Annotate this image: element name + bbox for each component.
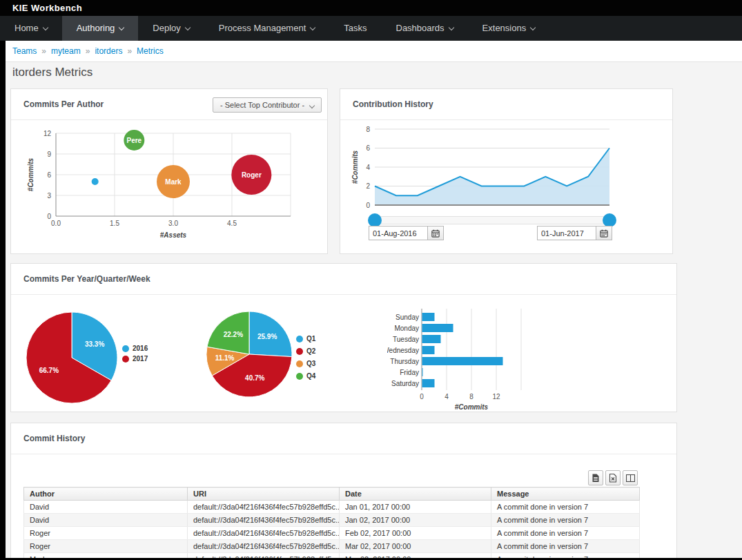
table-row: Daviddefault://3da04f216f436f4fec57b928e… (24, 501, 640, 514)
bar-wednesday[interactable] (422, 346, 435, 354)
table-cell: Jan 01, 2017 00:00 (340, 501, 491, 514)
calendar-to-button[interactable] (596, 226, 612, 240)
breadcrumb-link-myteam[interactable]: myteam (51, 46, 81, 56)
table-toolbar (588, 470, 638, 485)
svg-text:Mark: Mark (165, 178, 182, 186)
table-row: Markdefault://3da04f216f436f4fec57b928ef… (24, 553, 640, 559)
column-header-message[interactable]: Message (491, 487, 640, 501)
svg-text:0: 0 (366, 202, 370, 209)
bar-saturday[interactable] (422, 379, 435, 387)
svg-text:25.9%: 25.9% (257, 333, 277, 340)
table-row: Rogerdefault://3da04f216f436f4fec57b928e… (24, 540, 640, 553)
svg-text:Thursday: Thursday (390, 358, 419, 365)
commits-per-week-bar-chart: SundayMondayTuesdayWednesdayThursdayFrid… (387, 302, 560, 412)
nav-item-authoring[interactable]: Authoring (62, 16, 139, 41)
main-nav: HomeAuthoringDeployProcess ManagementTas… (0, 16, 742, 41)
legend-dot (122, 356, 129, 363)
svg-text:9: 9 (47, 151, 51, 158)
column-header-date[interactable]: Date (340, 487, 491, 501)
table-cell: Roger (24, 540, 188, 553)
export-excel-button[interactable] (605, 470, 621, 485)
column-header-uri[interactable]: URI (188, 487, 340, 501)
svg-text:66.7%: 66.7% (39, 367, 59, 374)
bar-sunday[interactable] (422, 313, 435, 321)
svg-text:40.7%: 40.7% (245, 374, 264, 382)
bar-tuesday[interactable] (422, 335, 441, 343)
panel-commit-history: Commit History (10, 423, 677, 558)
masthead: KIE Workbench (0, 0, 742, 16)
table-cell: Mar 02, 2017 00:00 (340, 540, 491, 553)
bubble-pere[interactable]: Pere (124, 130, 144, 151)
commits-per-quarter-pie-chart: 25.9%40.7%11.1%22.2% (197, 295, 308, 412)
table-cell: A commit done in version 7 (491, 540, 640, 553)
date-range-slider (375, 213, 609, 227)
svg-text:33.3%: 33.3% (85, 340, 104, 348)
bubble-point[interactable] (92, 178, 99, 185)
columns-button[interactable] (623, 470, 638, 485)
legend-item-q2[interactable]: Q2 (296, 347, 315, 355)
calendar-from-button[interactable] (428, 226, 444, 240)
breadcrumb-link-itorders[interactable]: itorders (95, 46, 122, 56)
svg-text:22.2%: 22.2% (224, 331, 243, 338)
nav-item-dashboards[interactable]: Dashboards (382, 16, 468, 41)
legend-dot (296, 348, 303, 355)
svg-text:Tuesday: Tuesday (393, 336, 419, 343)
nav-item-deploy[interactable]: Deploy (138, 16, 204, 41)
table-cell: David (24, 514, 188, 527)
bar-monday[interactable] (422, 324, 453, 332)
svg-text:8: 8 (366, 126, 370, 133)
nav-item-process-management[interactable]: Process Management (204, 16, 329, 41)
table-cell: Jan 02, 2017 00:00 (340, 514, 491, 527)
legend-item-q1[interactable]: Q1 (296, 335, 315, 342)
table-cell: A commit done in version 7 (491, 501, 640, 514)
bubble-roger[interactable]: Roger (231, 155, 271, 195)
panel-header: Commits Per Year/Quarter/Week (11, 264, 676, 295)
bubble-mark[interactable]: Mark (157, 165, 190, 198)
legend-dot (296, 336, 303, 342)
breadcrumb-link-metrics[interactable]: Metrics (137, 46, 164, 56)
chevron-down-icon (309, 103, 315, 108)
table-cell: default://3da04f216f436f4fec57b928effd5c… (188, 527, 340, 540)
svg-text:4: 4 (366, 164, 370, 171)
table-cell: A commit done in version 7 (491, 553, 640, 559)
nav-item-tasks[interactable]: Tasks (329, 16, 381, 41)
bar-thursday[interactable] (422, 357, 503, 365)
svg-text:#Commits: #Commits (455, 403, 489, 411)
svg-text:Roger: Roger (242, 171, 262, 179)
top-contributor-select[interactable]: - Select Top Contributor - (213, 97, 322, 113)
legend-item-q4[interactable]: Q4 (296, 372, 315, 380)
legend-dot (122, 345, 129, 352)
column-header-author[interactable]: Author (24, 487, 188, 501)
legend-item-2017[interactable]: 2017 (122, 355, 148, 363)
svg-text:#Commits: #Commits (351, 150, 359, 184)
svg-text:3: 3 (47, 192, 51, 200)
top-contributor-select-value: - Select Top Contributor - (220, 101, 304, 109)
table-cell: Feb 02, 2017 00:00 (340, 527, 491, 540)
nav-item-extensions[interactable]: Extensions (468, 16, 550, 41)
date-to-input[interactable] (537, 226, 596, 240)
bar-friday[interactable] (422, 368, 423, 376)
breadcrumb-link-teams[interactable]: Teams (12, 46, 37, 56)
export-csv-button[interactable] (588, 470, 603, 485)
date-from-input[interactable] (369, 226, 428, 240)
nav-item-home[interactable]: Home (0, 16, 62, 41)
commit-history-table: AuthorURIDateMessage Daviddefault://3da0… (23, 487, 640, 558)
legend-label: 2016 (133, 345, 148, 352)
panel-commits-per-period: Commits Per Year/Quarter/Week 33.3%66.7%… (10, 263, 677, 412)
slider-handle-right[interactable] (603, 213, 616, 227)
svg-text:4.5: 4.5 (227, 220, 237, 227)
calendar-icon (600, 229, 608, 238)
legend-item-q3[interactable]: Q3 (296, 360, 315, 367)
table-row: Rogerdefault://3da04f216f436f4fec57b928e… (24, 527, 640, 540)
svg-text:0: 0 (47, 213, 51, 220)
slider-handle-left[interactable] (368, 213, 382, 227)
legend-item-2016[interactable]: 2016 (122, 345, 148, 352)
legend-label: Q1 (306, 335, 315, 342)
chevron-down-icon (42, 25, 48, 30)
table-cell: A commit done in version 7 (491, 514, 640, 527)
chevron-down-icon (448, 25, 453, 30)
slider-track[interactable] (375, 216, 609, 224)
panel-header: Commits Per Author - Select Top Contribu… (11, 89, 327, 120)
panel-contribution-history: Contribution History 02468#Commits (340, 88, 673, 254)
panel-title: Contribution History (340, 89, 672, 120)
